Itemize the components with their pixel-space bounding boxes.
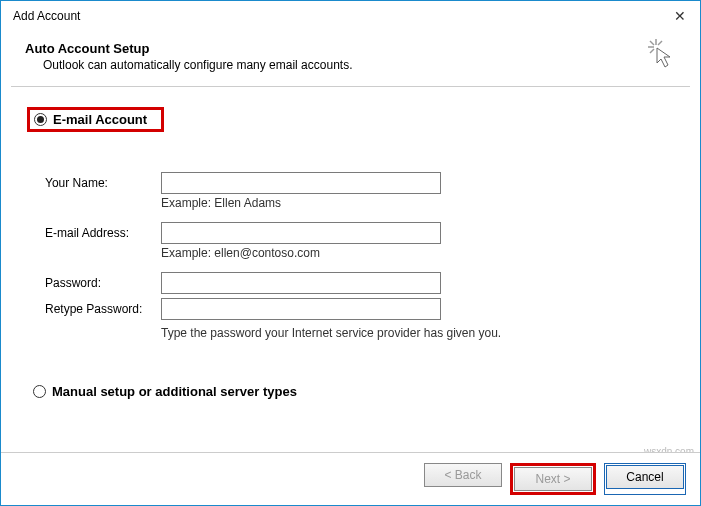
wizard-body: E-mail Account Your Name: Example: Ellen… [1,87,700,413]
svg-line-3 [658,41,662,45]
manual-setup-option[interactable]: Manual setup or additional server types [33,384,672,399]
window-title: Add Account [13,9,80,23]
svg-line-4 [650,49,654,53]
cancel-button-focus: Cancel [604,463,686,495]
email-account-option[interactable]: E-mail Account [27,107,164,132]
next-button-highlight: Next > [510,463,596,495]
wizard-footer: < Back Next > Cancel [1,452,700,505]
retype-password-input[interactable] [161,298,441,320]
header-title: Auto Account Setup [25,41,684,56]
password-input[interactable] [161,272,441,294]
email-account-label: E-mail Account [53,112,147,127]
header-subtitle: Outlook can automatically configure many… [25,58,684,72]
your-name-example: Example: Ellen Adams [161,196,672,210]
wizard-header: Auto Account Setup Outlook can automatic… [1,31,700,78]
add-account-dialog: Add Account ✕ Auto Account Setup Outlook… [0,0,701,506]
cursor-sparkle-icon [646,37,678,69]
email-input[interactable] [161,222,441,244]
close-icon[interactable]: ✕ [668,7,692,25]
radio-icon [34,113,47,126]
your-name-label: Your Name: [45,176,161,190]
svg-line-2 [650,41,654,45]
manual-setup-label: Manual setup or additional server types [52,384,297,399]
email-label: E-mail Address: [45,226,161,240]
password-hint: Type the password your Internet service … [161,326,672,340]
next-button[interactable]: Next > [514,467,592,491]
back-button: < Back [424,463,502,487]
password-label: Password: [45,276,161,290]
your-name-input[interactable] [161,172,441,194]
cancel-button[interactable]: Cancel [606,465,684,489]
radio-icon [33,385,46,398]
titlebar: Add Account ✕ [1,1,700,31]
account-form: Your Name: Example: Ellen Adams E-mail A… [45,172,672,340]
retype-password-label: Retype Password: [45,302,161,316]
email-example: Example: ellen@contoso.com [161,246,672,260]
